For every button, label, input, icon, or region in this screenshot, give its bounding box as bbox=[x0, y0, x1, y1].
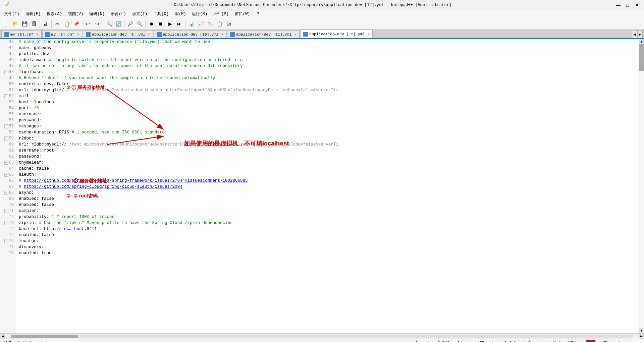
menu-item-t[interactable]: 设置(T) bbox=[129, 10, 150, 17]
find-replace-button[interactable]: 🔄 bbox=[114, 19, 123, 28]
tabbar: my [2].cnf ✕ my [3].cnf ✕ application-de… bbox=[0, 30, 644, 39]
hscroll-right-button[interactable]: ▶ bbox=[639, 334, 644, 339]
tab-appdev10[interactable]: application-dev [10].yml ✕ bbox=[154, 30, 226, 38]
code-line-77: discovery: bbox=[19, 244, 636, 250]
tab-close-my2cnf[interactable]: ✕ bbox=[36, 32, 39, 37]
tab-appdev12[interactable]: application-dev [12].yml ✕ bbox=[300, 30, 373, 38]
copy-button[interactable]: 📋 bbox=[62, 19, 71, 28]
tab-scroll-right-button[interactable]: ▶ bbox=[637, 30, 643, 38]
hscroll-left-button[interactable]: ◀ bbox=[0, 334, 5, 339]
menu-item-f[interactable]: 文件(F) bbox=[1, 10, 22, 17]
line-num-text-68: 68 bbox=[9, 190, 14, 195]
code-line-44: name: gateway bbox=[19, 45, 636, 51]
code-line-51: url: jdbc:mysql:// /test_microservice?us… bbox=[19, 87, 636, 93]
vertical-scrollbar[interactable]: ▲ ▼ bbox=[639, 39, 644, 333]
tab-my2cnf[interactable]: my [2].cnf ✕ bbox=[1, 30, 42, 38]
tab-my3cnf[interactable]: my [3].cnf ✕ bbox=[42, 30, 83, 38]
tab-close-appdev10[interactable]: ✕ bbox=[221, 32, 223, 37]
macro-play-button[interactable]: ▶ bbox=[166, 19, 174, 28]
line-number-56: 56 bbox=[0, 117, 16, 123]
code-content[interactable]: # name of the config server's property s… bbox=[16, 39, 639, 333]
menu-item-m[interactable]: 宏(M) bbox=[172, 10, 189, 17]
tab-appdev9[interactable]: application-dev [9].yml ✕ bbox=[83, 30, 153, 38]
print-button[interactable]: 🖨 bbox=[41, 19, 50, 28]
menu-item-a[interactable]: 搜索(A) bbox=[44, 10, 65, 17]
line-number-74: 74 bbox=[0, 226, 16, 232]
save-all-button[interactable]: 🗄 bbox=[30, 19, 38, 28]
menu-item-o[interactable]: 工具(O) bbox=[151, 10, 171, 17]
zoom-in-button[interactable]: 🔎 bbox=[126, 19, 135, 28]
fold-icon-57[interactable]: − bbox=[4, 124, 8, 128]
hscroll-thumb[interactable] bbox=[11, 335, 78, 338]
paste-button[interactable]: 📌 bbox=[72, 19, 80, 28]
line-num-text-45: 45 bbox=[9, 52, 14, 56]
extra-button-5[interactable]: 🗂 bbox=[224, 19, 233, 28]
menu-item-v[interactable]: 视图(V) bbox=[65, 10, 86, 17]
fold-icon-52[interactable]: − bbox=[4, 94, 8, 98]
fold-icon-73[interactable]: − bbox=[4, 221, 8, 225]
extra-button-2[interactable]: 📈 bbox=[196, 19, 205, 28]
line-number-68: −68 bbox=[0, 190, 16, 196]
fold-icon-71[interactable]: − bbox=[4, 209, 8, 213]
find-button[interactable]: 🔍 bbox=[105, 19, 113, 28]
line-number-58: 58 bbox=[0, 129, 16, 135]
code-line-50: contexts: dev, faker bbox=[19, 81, 636, 87]
save-button[interactable]: 💾 bbox=[20, 19, 29, 28]
close-button[interactable]: ✕ bbox=[633, 2, 641, 8]
vscroll-track[interactable] bbox=[639, 44, 644, 328]
line-number-47: 47 bbox=[0, 63, 16, 69]
code-line-57: messages: bbox=[19, 123, 636, 129]
macro-stop-button[interactable]: ⏹ bbox=[156, 19, 165, 28]
tab-close-my3cnf[interactable]: ✕ bbox=[77, 32, 79, 37]
extra-button-4[interactable]: 📋 bbox=[215, 19, 224, 28]
vscroll-down-button[interactable]: ▼ bbox=[639, 328, 644, 333]
tab-appdev11[interactable]: application-dev [11].yml ✕ bbox=[227, 30, 300, 38]
cut-button[interactable]: ✂ bbox=[53, 19, 62, 28]
code-line-73: zipkin: # Use the "zipkin" Maven profile… bbox=[19, 220, 636, 226]
fold-icon-65[interactable]: − bbox=[4, 173, 8, 177]
extra-button-3[interactable]: 📉 bbox=[206, 19, 214, 28]
redo-button[interactable]: ↪ bbox=[93, 19, 102, 28]
menu-item-w[interactable]: 窗口(W) bbox=[232, 10, 253, 17]
new-file-button[interactable]: 📄 bbox=[1, 19, 10, 28]
extra-button-1[interactable]: 📊 bbox=[187, 19, 196, 28]
menu-item-[interactable]: ？ bbox=[253, 10, 263, 17]
menu-item-r[interactable]: 运行(R) bbox=[189, 10, 210, 17]
menu-item-p[interactable]: 插件(P) bbox=[211, 10, 231, 17]
line-num-text-71: 71 bbox=[9, 209, 14, 213]
menu-item-n[interactable]: 编码(N) bbox=[87, 10, 107, 17]
code-line-52: mail: bbox=[19, 93, 636, 99]
link-text-66[interactable]: https://github.com/spring-projects/sprin… bbox=[24, 178, 248, 183]
link-text-67[interactable]: https://github.com/spring-cloud/spring-c… bbox=[24, 184, 182, 189]
fold-icon-76[interactable]: − bbox=[4, 239, 8, 243]
tab-label-my3cnf: my [3].cnf bbox=[51, 32, 74, 37]
fold-icon-68[interactable]: − bbox=[4, 191, 8, 195]
line-num-text-51: 51 bbox=[9, 88, 14, 93]
menu-item-l[interactable]: 语言(L) bbox=[108, 10, 129, 17]
horizontal-scrollbar[interactable]: ◀ ▶ bbox=[0, 333, 644, 339]
vscroll-thumb[interactable] bbox=[639, 44, 644, 71]
fold-icon-63[interactable]: − bbox=[4, 161, 8, 165]
tab-close-appdev12[interactable]: ✕ bbox=[368, 32, 370, 36]
tab-close-appdev9[interactable]: ✕ bbox=[148, 32, 150, 37]
fold-icon-48[interactable]: − bbox=[4, 70, 8, 74]
vscroll-up-button[interactable]: ▲ bbox=[639, 39, 644, 44]
macro-record-button[interactable]: ⏺ bbox=[147, 19, 156, 28]
menu-item-e[interactable]: 编辑(E) bbox=[23, 10, 44, 17]
fold-icon-59[interactable]: − bbox=[4, 136, 8, 140]
open-file-button[interactable]: 📂 bbox=[11, 19, 19, 28]
status-keyboard: ⌨ bbox=[629, 341, 631, 342]
minimize-button[interactable]: — bbox=[614, 2, 623, 8]
tab-label-appdev10: application-dev [10].yml bbox=[163, 32, 219, 37]
zoom-out-button[interactable]: 🔍 bbox=[135, 19, 144, 28]
hscroll-track[interactable] bbox=[11, 335, 633, 338]
app-icon: 📝 bbox=[3, 2, 9, 8]
maximize-button[interactable]: □ bbox=[623, 2, 632, 8]
line-num-text-50: 50 bbox=[9, 82, 14, 87]
undo-button[interactable]: ↩ bbox=[84, 19, 92, 28]
tab-close-appdev11[interactable]: ✕ bbox=[294, 32, 297, 37]
line-number-57: −57 bbox=[0, 123, 16, 129]
macro-run-button[interactable]: ⏭ bbox=[175, 19, 184, 28]
code-line-67: # https://github.com/spring-cloud/spring… bbox=[19, 184, 636, 190]
tab-scroll-left-button[interactable]: ◀ bbox=[632, 30, 637, 38]
